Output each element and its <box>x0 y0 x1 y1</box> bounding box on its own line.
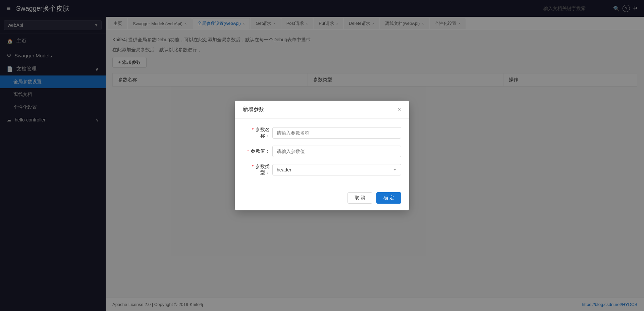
cancel-button-label: 取 消 <box>355 195 365 200</box>
required-star-value: * <box>247 148 249 154</box>
form-label-value: * 参数值： <box>243 148 270 154</box>
cancel-button[interactable]: 取 消 <box>347 192 372 204</box>
form-label-type: * 参数类型： <box>243 164 270 176</box>
required-star-type: * <box>252 164 254 169</box>
form-label-type-text: 参数类型： <box>256 164 270 175</box>
modal-close-icon[interactable]: × <box>397 106 401 113</box>
modal-overlay[interactable]: 新增参数 × * 参数名称： * 参数值： <box>0 0 644 311</box>
modal-title: 新增参数 <box>243 106 264 113</box>
confirm-button[interactable]: 确 定 <box>376 192 401 204</box>
param-type-select[interactable]: header query body cookie <box>272 164 401 175</box>
param-value-input[interactable] <box>272 146 401 157</box>
modal-body: * 参数名称： * 参数值： * 参数类型： hea <box>235 119 409 188</box>
modal-footer: 取 消 确 定 <box>235 188 409 210</box>
form-label-value-text: 参数值： <box>251 148 270 154</box>
confirm-button-label: 确 定 <box>383 195 394 200</box>
form-row-type: * 参数类型： header query body cookie <box>243 164 401 176</box>
form-label-name: * 参数名称： <box>243 127 270 139</box>
modal-header: 新增参数 × <box>235 101 409 119</box>
form-row-value: * 参数值： <box>243 146 401 157</box>
required-star-name: * <box>252 127 254 132</box>
form-row-name: * 参数名称： <box>243 127 401 139</box>
modal-dialog: 新增参数 × * 参数名称： * 参数值： <box>235 101 409 210</box>
param-name-input[interactable] <box>272 127 401 139</box>
form-label-name-text: 参数名称： <box>256 127 270 138</box>
